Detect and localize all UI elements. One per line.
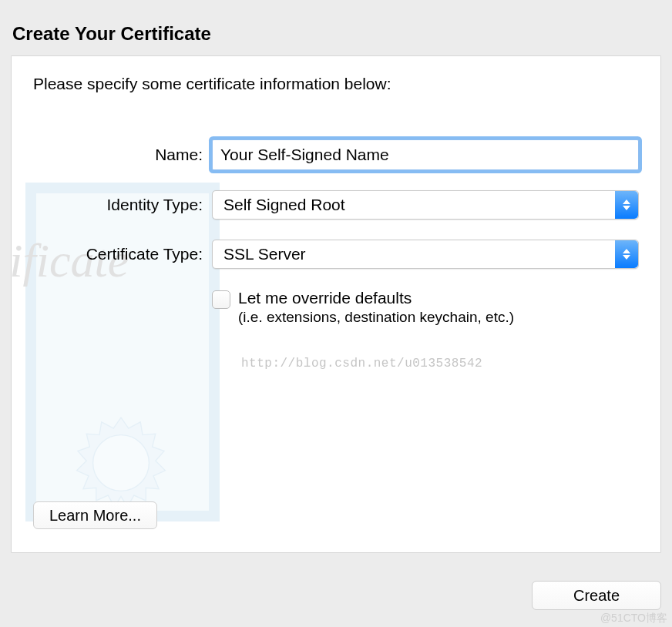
corner-watermark: @51CTO博客: [600, 612, 667, 625]
name-row: Name:: [33, 139, 639, 170]
dialog-footer: Create: [532, 581, 661, 610]
name-input[interactable]: [212, 139, 639, 170]
override-row: Let me override defaults (i.e. extension…: [212, 289, 639, 326]
certificate-form: Name: Identity Type: Self Signed Root Ce…: [33, 139, 639, 326]
updown-icon: [615, 240, 638, 268]
create-button[interactable]: Create: [532, 581, 661, 610]
certificate-panel: tificate Please specify some certificate…: [11, 55, 661, 553]
learn-more-button[interactable]: Learn More...: [33, 501, 157, 529]
watermark-text: http://blog.csdn.net/u013538542: [241, 357, 482, 370]
updown-icon: [615, 191, 638, 219]
identity-type-row: Identity Type: Self Signed Root: [33, 190, 639, 220]
name-label: Name:: [33, 146, 212, 164]
identity-type-label: Identity Type:: [33, 196, 212, 214]
svg-marker-0: [77, 417, 166, 507]
page-title: Create Your Certificate: [0, 0, 672, 55]
svg-marker-5: [623, 255, 630, 260]
certificate-type-label: Certificate Type:: [33, 245, 212, 263]
svg-marker-2: [623, 200, 630, 204]
identity-type-select[interactable]: Self Signed Root: [212, 190, 639, 220]
override-sublabel: (i.e. extensions, destination keychain, …: [238, 309, 514, 326]
instruction-text: Please specify some certificate informat…: [33, 75, 639, 93]
override-label: Let me override defaults: [238, 289, 514, 307]
certificate-type-value: SSL Server: [223, 245, 306, 263]
certificate-type-select[interactable]: SSL Server: [212, 240, 639, 269]
certificate-type-row: Certificate Type: SSL Server: [33, 240, 639, 269]
svg-marker-4: [623, 249, 630, 253]
identity-type-value: Self Signed Root: [223, 196, 345, 214]
svg-point-1: [93, 435, 150, 491]
override-checkbox[interactable]: [212, 290, 230, 309]
svg-marker-3: [623, 206, 630, 210]
